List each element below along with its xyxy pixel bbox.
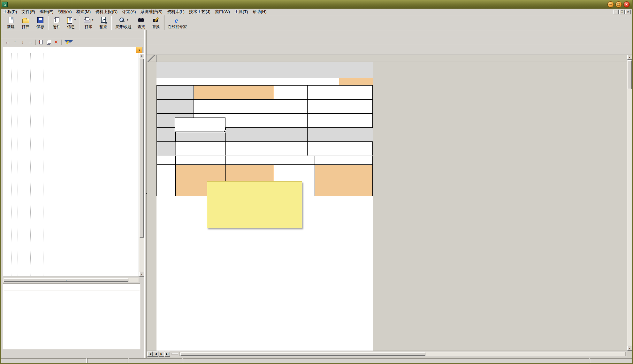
tree-horizontal-scrollbar[interactable]: ▼ bbox=[3, 278, 139, 282]
replace-button[interactable]: ▼ 替换 bbox=[149, 15, 163, 30]
grid-cell[interactable] bbox=[157, 142, 175, 155]
prev-page-icon[interactable]: ◀ bbox=[153, 352, 158, 357]
menu-item[interactable]: 资料库(L) bbox=[165, 8, 187, 15]
cell-date-value[interactable] bbox=[307, 86, 372, 99]
save-button[interactable]: ▼ 保存 bbox=[33, 15, 48, 30]
cell-code[interactable] bbox=[156, 78, 322, 85]
find-button[interactable]: ▼ 查找 bbox=[134, 15, 149, 30]
cell-major-label[interactable] bbox=[274, 100, 307, 113]
scroll-up-icon[interactable]: ▲ bbox=[139, 53, 144, 58]
menu-item[interactable]: 技术工艺(J) bbox=[187, 8, 213, 15]
select-all-corner[interactable] bbox=[147, 55, 156, 62]
cell-supervisor-sign[interactable] bbox=[225, 156, 274, 164]
nav-up-icon[interactable]: ↑ bbox=[12, 40, 18, 45]
nav-down-icon[interactable]: ↓ bbox=[20, 40, 25, 45]
attachment-button[interactable]: ▼ 附件 bbox=[49, 15, 63, 30]
menu-item[interactable]: 文件(F) bbox=[19, 8, 37, 15]
last-page-icon[interactable]: ▶| bbox=[164, 352, 170, 357]
title-bar: ⌂ ─ ❐ ✕ bbox=[0, 0, 633, 9]
print-button[interactable]: ▼ 打印 bbox=[80, 15, 96, 30]
cell-date-label[interactable] bbox=[274, 86, 307, 99]
sheet-horizontal-scrollbar[interactable] bbox=[179, 352, 626, 356]
cell-designer-sign[interactable] bbox=[274, 156, 315, 164]
nav-forward-icon[interactable]: → bbox=[28, 40, 33, 45]
menu-item[interactable]: 工程(P) bbox=[1, 8, 19, 15]
grid-cell[interactable] bbox=[307, 142, 372, 155]
header-review-record[interactable] bbox=[307, 128, 372, 141]
cell-recorder-value[interactable] bbox=[307, 114, 372, 127]
cell-sign-label[interactable] bbox=[157, 347, 175, 351]
online-expert-button[interactable]: ▼ 在线找专家 bbox=[164, 15, 189, 30]
standard-select[interactable]: ▼ bbox=[3, 47, 142, 54]
delete-form-icon[interactable]: ✕ bbox=[54, 40, 59, 44]
tree-hscrollbar-thumb[interactable]: ▼ bbox=[4, 278, 128, 282]
scroll-down-icon[interactable]: ▼ bbox=[627, 346, 632, 351]
info-button[interactable]: ▼ 信息 bbox=[63, 15, 79, 30]
sheet-tab[interactable] bbox=[171, 353, 178, 354]
new-button[interactable]: ▼ 新建 bbox=[4, 15, 18, 30]
cell-recorder-label[interactable] bbox=[274, 114, 307, 127]
menu-item[interactable]: 窗口(W) bbox=[213, 8, 232, 15]
cell-major-value[interactable] bbox=[307, 100, 372, 113]
menu-item[interactable]: 系统维护(S) bbox=[138, 8, 165, 15]
cell-project-label[interactable] bbox=[157, 86, 194, 99]
menu-item[interactable]: 资料上报(D) bbox=[93, 8, 120, 15]
tree-vertical-scrollbar[interactable]: ▲ ▼ bbox=[139, 53, 144, 277]
cell-place-value[interactable] bbox=[194, 100, 274, 113]
menu-item[interactable]: 评定(A) bbox=[120, 8, 138, 15]
menu-item[interactable]: 工具(T) bbox=[232, 8, 250, 15]
cell-project-value[interactable] bbox=[194, 86, 274, 99]
restore-button[interactable]: ❐ bbox=[615, 1, 622, 8]
grid-cell-selected[interactable] bbox=[175, 142, 225, 155]
mdi-close-icon[interactable]: ✕ bbox=[625, 10, 631, 14]
dropdown-arrow-icon[interactable]: ▼ bbox=[126, 19, 129, 21]
menu-item[interactable]: 格式(M) bbox=[74, 8, 93, 15]
copy-form-icon[interactable] bbox=[46, 40, 51, 44]
scroll-up-icon[interactable]: ▲ bbox=[627, 55, 632, 60]
close-button[interactable]: ✕ bbox=[623, 1, 630, 8]
tree-scrollbar-thumb[interactable] bbox=[140, 59, 144, 238]
format-toolbar-row3 bbox=[147, 45, 632, 55]
dropdown-arrow-icon[interactable]: ▼ bbox=[91, 19, 94, 21]
scroll-down-icon[interactable]: ▼ bbox=[139, 272, 144, 277]
cell-place-label[interactable] bbox=[157, 100, 194, 113]
add-form-icon[interactable] bbox=[38, 40, 43, 44]
next-page-icon[interactable]: ▶ bbox=[159, 352, 164, 357]
mdi-minimize-icon[interactable]: ─ bbox=[613, 10, 619, 14]
panel-splitter[interactable] bbox=[144, 30, 147, 358]
filter-icon[interactable] bbox=[64, 40, 69, 44]
menu-item[interactable]: 帮助(H) bbox=[250, 8, 269, 15]
cell-no-label[interactable] bbox=[322, 78, 339, 85]
menu-item[interactable]: 编辑(E) bbox=[37, 8, 56, 15]
dropdown-arrow-icon[interactable]: ▼ bbox=[74, 19, 76, 21]
window-border-left bbox=[0, 0, 1, 364]
grid-cell[interactable] bbox=[225, 142, 307, 155]
grid-cell[interactable] bbox=[315, 165, 372, 196]
preview-button[interactable]: ▼ 预览 bbox=[96, 15, 111, 30]
cell-no-value[interactable] bbox=[339, 78, 373, 85]
nav-back-icon[interactable]: ← bbox=[5, 40, 10, 45]
mdi-restore-icon[interactable]: ❐ bbox=[619, 10, 625, 14]
sheet-hscrollbar-thumb[interactable] bbox=[180, 353, 425, 356]
sticky-note[interactable] bbox=[207, 181, 302, 228]
grid-cell[interactable] bbox=[157, 165, 175, 196]
grid-cell[interactable] bbox=[157, 156, 175, 164]
toolbar-button-label: 附件 bbox=[53, 24, 60, 30]
header-seq[interactable] bbox=[157, 128, 175, 141]
toolbar-button-label: 查找 bbox=[137, 24, 145, 30]
sheet-scrollbar-thumb[interactable] bbox=[628, 60, 632, 89]
combo-dropdown-icon[interactable]: ▼ bbox=[136, 47, 142, 53]
header-drawing-issue[interactable] bbox=[225, 128, 307, 141]
selected-cell-indicator[interactable] bbox=[175, 118, 225, 132]
sheet-vertical-scrollbar[interactable]: ▲ ▼ bbox=[627, 55, 632, 351]
spreadsheet-viewport bbox=[147, 55, 627, 351]
minimize-button[interactable]: ─ bbox=[607, 1, 614, 8]
first-page-icon[interactable]: |◀ bbox=[147, 352, 153, 357]
open-button[interactable]: ▼ 打开 bbox=[18, 15, 33, 30]
cell-title[interactable] bbox=[156, 62, 373, 78]
menu-item[interactable]: 视图(V) bbox=[56, 8, 74, 15]
cell-constructor-sign[interactable] bbox=[315, 156, 372, 164]
expand-collapse-button[interactable]: ▼ 展开/收起 bbox=[112, 15, 134, 30]
cell-builder-sign[interactable] bbox=[175, 156, 225, 164]
status-brand bbox=[1, 358, 87, 363]
